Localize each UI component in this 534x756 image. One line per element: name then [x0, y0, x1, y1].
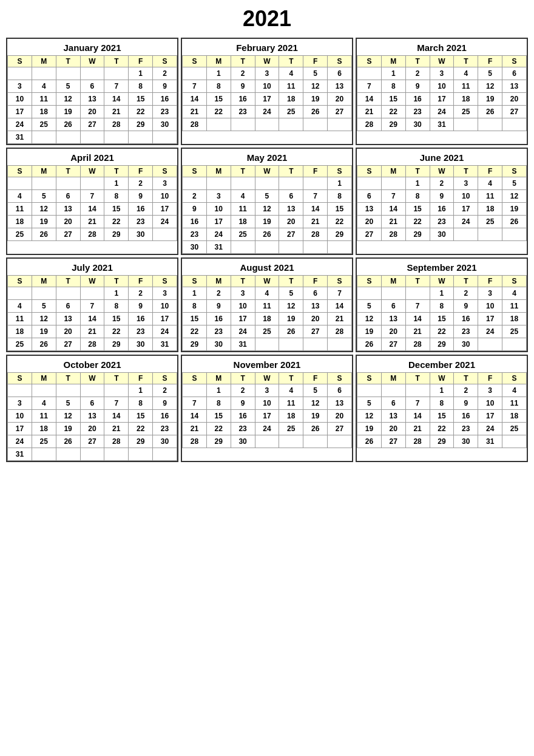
day-cell[interactable]: 5 — [303, 384, 328, 397]
day-cell[interactable]: 18 — [255, 313, 279, 325]
day-cell[interactable]: 16 — [129, 203, 153, 216]
day-cell[interactable]: 16 — [231, 93, 255, 106]
day-cell[interactable]: 5 — [32, 190, 56, 203]
day-cell[interactable]: 21 — [104, 423, 129, 435]
day-cell[interactable]: 24 — [153, 325, 177, 338]
day-cell[interactable]: 30 — [405, 118, 430, 131]
day-cell[interactable]: 9 — [129, 300, 153, 313]
day-cell[interactable]: 27 — [502, 106, 527, 118]
day-cell[interactable]: 13 — [328, 80, 352, 93]
day-cell[interactable]: 14 — [183, 93, 207, 106]
day-cell[interactable]: 4 — [279, 384, 303, 397]
day-cell[interactable]: 9 — [153, 397, 177, 410]
day-cell[interactable]: 8 — [206, 80, 231, 93]
day-cell[interactable]: 11 — [231, 203, 255, 216]
day-cell[interactable]: 29 — [206, 435, 231, 448]
day-cell[interactable]: 20 — [357, 216, 382, 228]
day-cell[interactable]: 3 — [478, 384, 502, 397]
day-cell[interactable]: 25 — [8, 228, 32, 241]
day-cell[interactable]: 7 — [405, 300, 430, 313]
day-cell[interactable]: 1 — [381, 67, 405, 80]
day-cell[interactable]: 4 — [32, 397, 56, 410]
day-cell[interactable]: 28 — [381, 228, 405, 241]
day-cell[interactable]: 25 — [32, 118, 56, 131]
day-cell[interactable]: 21 — [303, 216, 328, 228]
day-cell[interactable]: 18 — [502, 313, 527, 325]
day-cell[interactable]: 2 — [183, 190, 207, 203]
day-cell[interactable]: 23 — [405, 106, 430, 118]
day-cell[interactable]: 9 — [183, 203, 207, 216]
day-cell[interactable]: 25 — [502, 423, 527, 435]
day-cell[interactable]: 29 — [430, 338, 454, 351]
day-cell[interactable]: 6 — [357, 190, 382, 203]
day-cell[interactable]: 21 — [405, 325, 430, 338]
day-cell[interactable]: 18 — [32, 423, 56, 435]
day-cell[interactable]: 13 — [56, 203, 80, 216]
day-cell[interactable]: 5 — [303, 67, 328, 80]
day-cell[interactable]: 10 — [8, 410, 32, 423]
day-cell[interactable]: 24 — [478, 423, 502, 435]
day-cell[interactable]: 18 — [8, 216, 32, 228]
day-cell[interactable]: 8 — [129, 397, 153, 410]
day-cell[interactable]: 23 — [231, 106, 255, 118]
day-cell[interactable]: 24 — [231, 325, 255, 338]
day-cell[interactable]: 2 — [153, 384, 177, 397]
day-cell[interactable]: 1 — [405, 177, 430, 190]
day-cell[interactable]: 8 — [381, 80, 405, 93]
day-cell[interactable]: 13 — [279, 203, 303, 216]
day-cell[interactable]: 24 — [255, 423, 279, 435]
day-cell[interactable]: 15 — [430, 313, 454, 325]
day-cell[interactable]: 18 — [502, 410, 527, 423]
day-cell[interactable]: 12 — [56, 410, 80, 423]
day-cell[interactable]: 31 — [153, 338, 177, 351]
day-cell[interactable]: 30 — [454, 435, 478, 448]
day-cell[interactable]: 3 — [255, 67, 279, 80]
day-cell[interactable]: 2 — [153, 67, 177, 80]
day-cell[interactable]: 29 — [328, 228, 352, 241]
day-cell[interactable]: 29 — [381, 118, 405, 131]
day-cell[interactable]: 17 — [255, 93, 279, 106]
day-cell[interactable]: 22 — [129, 423, 153, 435]
day-cell[interactable]: 19 — [255, 216, 279, 228]
day-cell[interactable]: 8 — [405, 190, 430, 203]
day-cell[interactable]: 11 — [478, 190, 502, 203]
day-cell[interactable]: 20 — [303, 313, 328, 325]
day-cell[interactable]: 4 — [279, 67, 303, 80]
day-cell[interactable]: 25 — [32, 435, 56, 448]
day-cell[interactable]: 30 — [129, 228, 153, 241]
day-cell[interactable]: 19 — [478, 93, 502, 106]
day-cell[interactable]: 13 — [303, 300, 328, 313]
day-cell[interactable]: 1 — [430, 287, 454, 300]
day-cell[interactable]: 12 — [357, 313, 382, 325]
day-cell[interactable]: 24 — [255, 106, 279, 118]
day-cell[interactable]: 21 — [405, 423, 430, 435]
day-cell[interactable]: 23 — [129, 216, 153, 228]
day-cell[interactable]: 5 — [502, 177, 527, 190]
day-cell[interactable]: 2 — [405, 67, 430, 80]
day-cell[interactable]: 15 — [430, 410, 454, 423]
day-cell[interactable]: 28 — [104, 118, 129, 131]
day-cell[interactable]: 2 — [206, 287, 231, 300]
day-cell[interactable]: 18 — [454, 93, 478, 106]
day-cell[interactable]: 8 — [104, 300, 129, 313]
day-cell[interactable]: 28 — [183, 435, 207, 448]
day-cell[interactable]: 26 — [303, 423, 328, 435]
day-cell[interactable]: 12 — [303, 397, 328, 410]
day-cell[interactable]: 3 — [430, 67, 454, 80]
day-cell[interactable]: 5 — [32, 300, 56, 313]
day-cell[interactable]: 19 — [56, 423, 80, 435]
day-cell[interactable]: 8 — [206, 397, 231, 410]
day-cell[interactable]: 8 — [328, 190, 352, 203]
day-cell[interactable]: 9 — [129, 190, 153, 203]
day-cell[interactable]: 26 — [279, 325, 303, 338]
day-cell[interactable]: 1 — [206, 384, 231, 397]
day-cell[interactable]: 4 — [8, 300, 32, 313]
day-cell[interactable]: 29 — [129, 118, 153, 131]
day-cell[interactable]: 9 — [153, 80, 177, 93]
day-cell[interactable]: 31 — [8, 448, 32, 461]
day-cell[interactable]: 18 — [478, 203, 502, 216]
day-cell[interactable]: 14 — [405, 313, 430, 325]
day-cell[interactable]: 10 — [153, 300, 177, 313]
day-cell[interactable]: 14 — [381, 203, 405, 216]
day-cell[interactable]: 25 — [478, 216, 502, 228]
